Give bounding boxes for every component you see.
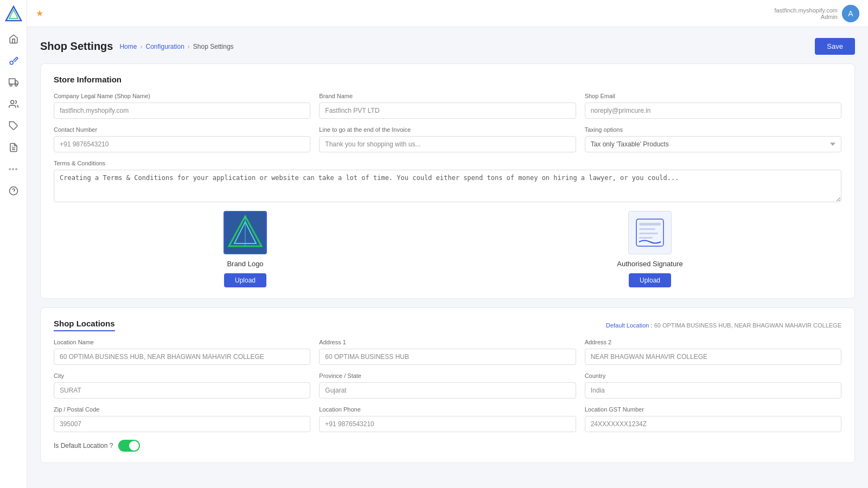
svg-text:A: A (848, 9, 853, 18)
location-name-label: Location Name (54, 339, 310, 345)
sidebar-item-truck[interactable] (4, 73, 23, 92)
svg-rect-22 (639, 233, 658, 234)
authorised-signature-preview (628, 211, 672, 254)
terms-label: Terms & Conditions (54, 160, 841, 166)
city-input[interactable] (54, 382, 310, 399)
location-name-group: Location Name (54, 339, 310, 365)
location-name-input[interactable] (54, 349, 310, 365)
breadcrumb-sep2: › (188, 43, 190, 50)
taxing-options-group: Taxing options Tax only 'Taxable' Produc… (585, 126, 841, 152)
svg-rect-21 (639, 228, 655, 230)
shop-email-input[interactable] (585, 102, 841, 119)
breadcrumb-current: Shop Settings (193, 43, 234, 50)
location-phone-label: Location Phone (319, 406, 576, 413)
address2-group: Address 2 (585, 339, 841, 365)
sidebar-item-users[interactable] (4, 94, 23, 114)
shop-email-label: Shop Email (585, 93, 841, 99)
address2-label: Address 2 (585, 339, 841, 345)
svg-point-6 (15, 84, 17, 86)
brand-name-label: Brand Name (319, 93, 576, 99)
authorised-signature-item: Authorised Signature Upload (458, 211, 841, 287)
sidebar-item-tags[interactable] (4, 116, 23, 136)
svg-rect-20 (639, 223, 661, 226)
shop-locations-header: Shop Locations Default Location : 60 OPT… (54, 319, 841, 331)
company-name-input[interactable] (54, 102, 310, 119)
default-location-info: Default Location : 60 OPTIMA BUSINESS HU… (606, 322, 841, 329)
store-information-card: Store Information Company Legal Name (Sh… (40, 63, 855, 299)
topbar: ★ fastfinch.myshopify.com Admin A (27, 0, 868, 27)
invoice-line-label: Line to go at the end of the Invoice (319, 126, 576, 133)
brand-logo-upload-button[interactable]: Upload (224, 273, 266, 287)
brand-logo-label: Brand Logo (227, 260, 263, 268)
address1-input[interactable] (319, 349, 576, 365)
company-name-label: Company Legal Name (Shop Name) (54, 93, 310, 99)
zip-label: Zip / Postal Code (54, 406, 310, 413)
shop-email-group: Shop Email (585, 93, 841, 119)
city-group: City (54, 373, 310, 399)
address2-input[interactable] (585, 349, 841, 365)
city-label: City (54, 373, 310, 379)
zip-input[interactable] (54, 416, 310, 432)
country-label: Country (585, 373, 841, 379)
location-phone-group: Location Phone (319, 406, 576, 432)
is-default-toggle[interactable] (118, 440, 140, 452)
province-input[interactable] (319, 382, 576, 399)
topbar-left: ★ (36, 8, 43, 18)
logo-section: Brand Logo Upload Author (54, 211, 841, 287)
taxing-options-label: Taxing options (585, 126, 841, 133)
gstn-group: Location GST Number (585, 406, 841, 432)
invoice-line-group: Line to go at the end of the Invoice (319, 126, 576, 152)
svg-point-2 (10, 61, 13, 65)
svg-point-5 (10, 84, 12, 86)
sidebar-item-key[interactable] (4, 51, 23, 70)
province-group: Province / State (319, 373, 576, 399)
svg-point-7 (10, 100, 14, 104)
breadcrumb: Home › Configuration › Shop Settings (119, 43, 233, 50)
location-row-3: Zip / Postal Code Location Phone Locatio… (54, 406, 841, 432)
store-row-1: Company Legal Name (Shop Name) Brand Nam… (54, 93, 841, 119)
breadcrumb-config[interactable]: Configuration (145, 43, 184, 50)
user-info: fastfinch.myshopify.com Admin (774, 7, 838, 20)
save-button[interactable]: Save (815, 38, 855, 55)
app-logo (5, 5, 22, 23)
main-area: ★ fastfinch.myshopify.com Admin A Shop S… (27, 0, 868, 488)
default-location-label: Default Location : (606, 322, 653, 329)
page-header: Shop Settings Home › Configuration › Sho… (40, 38, 855, 55)
authorised-signature-upload-button[interactable]: Upload (629, 273, 671, 287)
topbar-right: fastfinch.myshopify.com Admin A (774, 5, 859, 22)
store-row-2: Contact Number Line to go at the end of … (54, 126, 841, 152)
brand-name-input[interactable] (319, 102, 576, 119)
country-input[interactable] (585, 382, 841, 399)
address1-label: Address 1 (319, 339, 576, 345)
toggle-knob (129, 441, 139, 451)
page-title: Shop Settings (40, 40, 113, 53)
sidebar-item-home[interactable] (4, 29, 23, 49)
location-row-1: Location Name Address 1 Address 2 (54, 339, 841, 365)
invoice-line-input[interactable] (319, 136, 576, 152)
shop-locations-title: Shop Locations (54, 319, 115, 331)
svg-rect-23 (639, 237, 653, 239)
location-phone-input[interactable] (319, 416, 576, 432)
sidebar-help[interactable] (4, 181, 23, 201)
sidebar-more[interactable]: ••• (4, 159, 23, 179)
contact-number-input[interactable] (54, 136, 310, 152)
company-name-group: Company Legal Name (Shop Name) (54, 93, 310, 119)
breadcrumb-home[interactable]: Home (119, 43, 137, 50)
terms-textarea[interactable]: Creating a Terms & Conditions for your a… (54, 170, 841, 202)
user-email: fastfinch.myshopify.com (774, 7, 838, 14)
gstn-input[interactable] (585, 416, 841, 432)
favorite-icon[interactable]: ★ (36, 8, 43, 18)
terms-group: Terms & Conditions Creating a Terms & Co… (54, 160, 841, 202)
zip-group: Zip / Postal Code (54, 406, 310, 432)
location-row-2: City Province / State Country (54, 373, 841, 399)
gstn-label: Location GST Number (585, 406, 841, 413)
svg-rect-3 (9, 79, 15, 84)
is-default-label: Is Default Location ? (54, 442, 113, 450)
sidebar: ••• (0, 0, 27, 488)
store-row-3: Terms & Conditions Creating a Terms & Co… (54, 160, 841, 202)
authorised-signature-label: Authorised Signature (617, 260, 682, 268)
default-location-row: Is Default Location ? (54, 440, 841, 452)
taxing-options-select[interactable]: Tax only 'Taxable' Products (585, 136, 841, 152)
sidebar-item-docs[interactable] (4, 138, 23, 157)
avatar[interactable]: A (842, 5, 859, 22)
